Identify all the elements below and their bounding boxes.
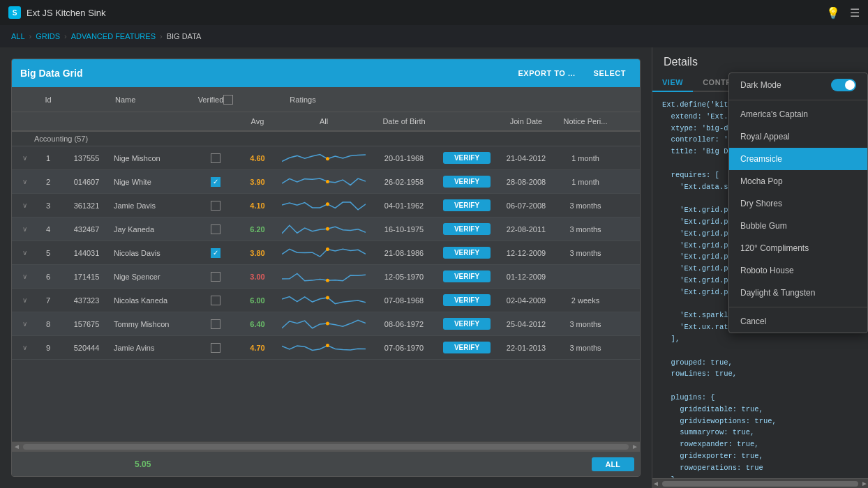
verify-button[interactable]: VERIFY <box>443 247 491 259</box>
cell-avg: 6.40 <box>237 320 278 328</box>
cell-verified[interactable] <box>195 319 237 329</box>
col-sub-avg[interactable]: Avg <box>237 117 278 125</box>
verify-button[interactable]: VERIFY <box>443 294 491 306</box>
cell-dob: 16-10-1975 <box>369 225 439 234</box>
theme-creamsicle[interactable]: Creamsicle <box>729 148 867 170</box>
cell-verified[interactable] <box>195 343 237 353</box>
cell-avg: 4.10 <box>237 201 278 210</box>
theme-americas-captain[interactable]: America's Captain <box>729 103 867 125</box>
theme-royal-appeal[interactable]: Royal Appeal <box>729 125 867 148</box>
select-button[interactable]: SELECT <box>588 66 631 80</box>
cell-notice: 3 months <box>558 201 613 210</box>
expand-arrow[interactable]: ∨ <box>15 249 34 257</box>
expand-arrow[interactable]: ∨ <box>15 225 34 233</box>
expand-arrow[interactable]: ∨ <box>15 178 34 185</box>
cell-verify[interactable]: VERIFY <box>439 247 495 259</box>
cell-verify[interactable]: VERIFY <box>439 318 495 330</box>
theme-mocha-pop[interactable]: Mocha Pop <box>729 170 867 192</box>
verify-button[interactable]: VERIFY <box>443 176 491 188</box>
cell-verify[interactable]: VERIFY <box>439 199 495 211</box>
verify-button[interactable]: VERIFY <box>443 342 491 353</box>
export-button[interactable]: EXPORT TO ... <box>513 66 581 80</box>
all-button[interactable]: ALL <box>592 457 634 471</box>
theme-dry-shores[interactable]: Dry Shores <box>729 192 867 215</box>
cell-id: 3 <box>34 201 62 210</box>
verified-checkbox[interactable] <box>211 272 220 282</box>
table-row: ∨ 7 437323 Nicolas Kaneda 6.00 07-08-196… <box>12 289 640 312</box>
col-name-header[interactable]: Name <box>111 96 195 104</box>
cell-verify[interactable]: VERIFY <box>439 342 495 353</box>
cell-verified[interactable] <box>195 177 237 187</box>
verified-checkbox[interactable] <box>211 224 220 234</box>
theme-daylight-tungsten[interactable]: Daylight & Tungsten <box>729 282 867 304</box>
scroll-right-arrow[interactable]: ► <box>631 443 638 450</box>
right-scroll-right[interactable]: ► <box>861 480 868 487</box>
grid-body[interactable]: Accounting (57) ∨ 1 137555 Nige Mishcon … <box>12 132 640 441</box>
cell-verified[interactable] <box>195 272 237 282</box>
cell-joindate: 02-04-2009 <box>495 296 558 305</box>
breadcrumb-grids[interactable]: GRIDS <box>36 32 60 40</box>
expand-arrow[interactable]: ∨ <box>15 154 34 162</box>
right-bottom-scroll[interactable]: ◄ ► <box>652 478 868 488</box>
breadcrumb-all[interactable]: ALL <box>11 32 25 40</box>
verified-checkbox[interactable] <box>211 153 220 163</box>
breadcrumb-advanced[interactable]: ADVANCED FEATURES <box>71 32 156 40</box>
verified-checkbox[interactable] <box>211 177 220 187</box>
verify-button[interactable]: VERIFY <box>443 318 491 330</box>
top-bar-actions: 💡 ☰ <box>826 6 860 20</box>
verified-checkbox[interactable] <box>211 343 220 353</box>
cell-verified[interactable] <box>195 201 237 211</box>
right-scroll-left[interactable]: ◄ <box>652 480 659 487</box>
tab-view[interactable]: VIEW <box>652 74 693 92</box>
verified-checkbox[interactable] <box>211 296 220 305</box>
verified-checkbox[interactable] <box>211 248 220 258</box>
bulb-icon[interactable]: 💡 <box>826 6 840 20</box>
col-id-header[interactable]: Id <box>34 96 62 104</box>
horizontal-scrollbar[interactable]: ◄ ► <box>12 441 640 451</box>
theme-120-compliments[interactable]: 120° Compliments <box>729 237 867 259</box>
expand-arrow[interactable]: ∨ <box>15 320 34 328</box>
col-sub-joindate[interactable]: Join Date <box>495 117 558 125</box>
menu-icon[interactable]: ☰ <box>850 6 860 20</box>
expand-arrow[interactable]: ∨ <box>15 344 34 351</box>
right-scroll-track[interactable] <box>662 481 858 487</box>
dark-mode-toggle[interactable] <box>831 79 856 91</box>
cell-verified[interactable] <box>195 224 237 234</box>
cell-verify[interactable]: VERIFY <box>439 176 495 188</box>
cell-avg: 4.60 <box>237 154 278 162</box>
left-content: Big Data Grid EXPORT TO ... SELECT Id Na… <box>0 47 652 488</box>
col-sub-dob[interactable]: Date of Birth <box>369 117 439 125</box>
scroll-track[interactable] <box>23 444 629 450</box>
cell-id: 6 <box>34 273 62 281</box>
cell-verify[interactable]: VERIFY <box>439 270 495 282</box>
col-ratings-header[interactable]: Ratings <box>237 96 369 104</box>
cell-avg: 6.20 <box>237 225 278 234</box>
verified-checkbox[interactable] <box>211 201 220 211</box>
col-sub-all[interactable]: All <box>278 117 369 125</box>
cell-joindate: 25-04-2012 <box>495 320 558 328</box>
cell-verified[interactable] <box>195 153 237 163</box>
cell-verify[interactable]: VERIFY <box>439 152 495 164</box>
verified-header-checkbox[interactable] <box>223 95 233 105</box>
verify-button[interactable]: VERIFY <box>443 270 491 282</box>
verify-button[interactable]: VERIFY <box>443 199 491 211</box>
theme-roboto-house[interactable]: Roboto House <box>729 259 867 282</box>
theme-bubble-gum[interactable]: Bubble Gum <box>729 215 867 237</box>
cell-dob: 26-02-1958 <box>369 178 439 186</box>
expand-arrow[interactable]: ∨ <box>15 201 34 209</box>
cell-verify[interactable]: VERIFY <box>439 294 495 306</box>
cell-verified[interactable] <box>195 296 237 305</box>
verified-label: Verified <box>198 96 224 104</box>
cell-verified[interactable] <box>195 248 237 258</box>
expand-arrow[interactable]: ∨ <box>15 296 34 304</box>
verify-button[interactable]: VERIFY <box>443 152 491 164</box>
col-verified-header[interactable]: Verified <box>195 95 237 105</box>
cell-rowid: 157675 <box>62 320 111 328</box>
verify-button[interactable]: VERIFY <box>443 223 491 235</box>
cell-verify[interactable]: VERIFY <box>439 223 495 235</box>
scroll-left-arrow[interactable]: ◄ <box>13 443 20 450</box>
expand-arrow[interactable]: ∨ <box>15 273 34 280</box>
verified-checkbox[interactable] <box>211 319 220 329</box>
theme-cancel[interactable]: Cancel <box>729 310 867 333</box>
col-sub-notice[interactable]: Notice Peri... <box>558 117 613 125</box>
